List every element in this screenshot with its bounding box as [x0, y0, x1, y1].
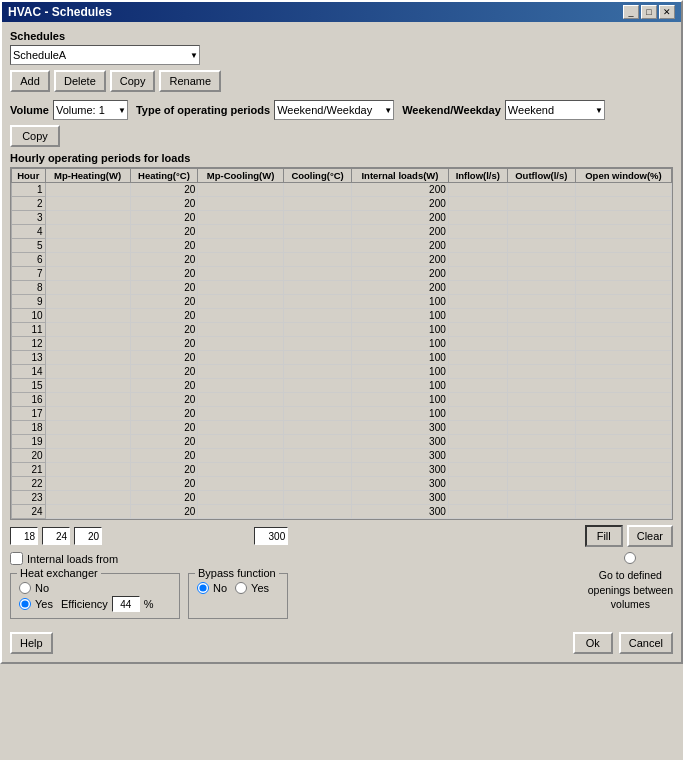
table-cell[interactable]: [448, 477, 507, 491]
table-cell[interactable]: 20: [130, 449, 198, 463]
table-cell[interactable]: [283, 365, 351, 379]
table-cell[interactable]: [448, 351, 507, 365]
table-cell[interactable]: 100: [352, 351, 449, 365]
table-cell[interactable]: 20: [130, 197, 198, 211]
table-cell[interactable]: [507, 281, 575, 295]
table-cell[interactable]: [198, 197, 284, 211]
table-cell[interactable]: [448, 225, 507, 239]
table-cell[interactable]: [45, 295, 130, 309]
table-cell[interactable]: [507, 463, 575, 477]
table-cell[interactable]: [575, 309, 671, 323]
table-cell[interactable]: [448, 421, 507, 435]
table-cell[interactable]: [507, 393, 575, 407]
bypass-no-radio[interactable]: [197, 582, 209, 594]
table-cell[interactable]: [283, 505, 351, 519]
table-cell[interactable]: [198, 267, 284, 281]
table-cell[interactable]: [45, 211, 130, 225]
table-cell[interactable]: 11: [12, 323, 46, 337]
table-cell[interactable]: [575, 435, 671, 449]
table-cell[interactable]: [575, 351, 671, 365]
table-cell[interactable]: [575, 365, 671, 379]
table-cell[interactable]: [507, 365, 575, 379]
fill-to-input[interactable]: [42, 527, 70, 545]
table-cell[interactable]: [283, 309, 351, 323]
table-cell[interactable]: 100: [352, 407, 449, 421]
table-cell[interactable]: [283, 197, 351, 211]
table-cell[interactable]: 20: [130, 379, 198, 393]
table-cell[interactable]: 100: [352, 323, 449, 337]
table-cell[interactable]: 18: [12, 421, 46, 435]
schedule-select[interactable]: ScheduleA: [10, 45, 200, 65]
bypass-yes-radio[interactable]: [235, 582, 247, 594]
table-cell[interactable]: [198, 183, 284, 197]
table-cell[interactable]: 200: [352, 211, 449, 225]
table-cell[interactable]: [507, 197, 575, 211]
table-cell[interactable]: 100: [352, 309, 449, 323]
table-cell[interactable]: [198, 225, 284, 239]
table-cell[interactable]: 300: [352, 463, 449, 477]
table-cell[interactable]: 2: [12, 197, 46, 211]
table-cell[interactable]: [507, 435, 575, 449]
weekend-select-wrapper[interactable]: Weekend: [505, 100, 605, 120]
table-cell[interactable]: [45, 253, 130, 267]
table-cell[interactable]: [45, 477, 130, 491]
efficiency-input[interactable]: [112, 596, 140, 612]
table-cell[interactable]: [198, 407, 284, 421]
table-cell[interactable]: [198, 463, 284, 477]
table-cell[interactable]: [575, 449, 671, 463]
table-cell[interactable]: 1: [12, 183, 46, 197]
table-cell[interactable]: [198, 309, 284, 323]
table-cell[interactable]: 20: [130, 323, 198, 337]
table-cell[interactable]: 100: [352, 393, 449, 407]
table-cell[interactable]: [198, 505, 284, 519]
table-cell[interactable]: [575, 491, 671, 505]
copy-header-button[interactable]: Copy: [110, 70, 156, 92]
fill-button[interactable]: Fill: [585, 525, 623, 547]
table-cell[interactable]: [575, 253, 671, 267]
table-cell[interactable]: [448, 211, 507, 225]
table-cell[interactable]: [448, 449, 507, 463]
minimize-button[interactable]: _: [623, 5, 639, 19]
table-cell[interactable]: [45, 183, 130, 197]
table-cell[interactable]: [575, 477, 671, 491]
table-cell[interactable]: 13: [12, 351, 46, 365]
table-cell[interactable]: [448, 197, 507, 211]
clear-button[interactable]: Clear: [627, 525, 673, 547]
table-cell[interactable]: [283, 463, 351, 477]
weekend-select[interactable]: Weekend: [505, 100, 605, 120]
table-cell[interactable]: [45, 225, 130, 239]
heat-exchanger-no-radio[interactable]: [19, 582, 31, 594]
table-cell[interactable]: [45, 505, 130, 519]
table-cell[interactable]: [575, 393, 671, 407]
table-cell[interactable]: [198, 351, 284, 365]
table-cell[interactable]: [283, 393, 351, 407]
table-cell[interactable]: 24: [12, 505, 46, 519]
table-cell[interactable]: 20: [130, 435, 198, 449]
table-cell[interactable]: 6: [12, 253, 46, 267]
table-cell[interactable]: [507, 225, 575, 239]
table-cell[interactable]: [575, 267, 671, 281]
table-cell[interactable]: 100: [352, 365, 449, 379]
heat-exchanger-yes-radio[interactable]: [19, 598, 31, 610]
table-cell[interactable]: [448, 253, 507, 267]
table-cell[interactable]: [575, 211, 671, 225]
table-cell[interactable]: [448, 323, 507, 337]
close-button[interactable]: ✕: [659, 5, 675, 19]
table-cell[interactable]: [283, 379, 351, 393]
volume-select[interactable]: Volume: 1: [53, 100, 128, 120]
table-cell[interactable]: 20: [130, 421, 198, 435]
table-cell[interactable]: [45, 323, 130, 337]
table-cell[interactable]: [198, 281, 284, 295]
table-cell[interactable]: [575, 295, 671, 309]
table-cell[interactable]: 300: [352, 491, 449, 505]
table-cell[interactable]: [198, 239, 284, 253]
table-cell[interactable]: [283, 225, 351, 239]
table-cell[interactable]: [45, 309, 130, 323]
maximize-button[interactable]: □: [641, 5, 657, 19]
type-select-wrapper[interactable]: Weekend/Weekday: [274, 100, 394, 120]
table-cell[interactable]: [45, 379, 130, 393]
table-cell[interactable]: 20: [130, 253, 198, 267]
table-cell[interactable]: 20: [130, 351, 198, 365]
table-cell[interactable]: 22: [12, 477, 46, 491]
table-cell[interactable]: 200: [352, 225, 449, 239]
